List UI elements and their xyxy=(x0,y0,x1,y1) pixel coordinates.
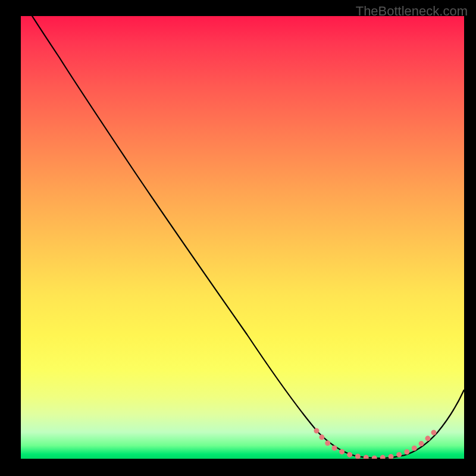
chart-plot-area xyxy=(21,16,464,459)
watermark-text: TheBottleneck.com xyxy=(356,4,468,19)
chart-curve-line xyxy=(21,16,464,458)
chart-highlight-dots xyxy=(317,431,436,458)
chart-svg xyxy=(21,16,464,459)
